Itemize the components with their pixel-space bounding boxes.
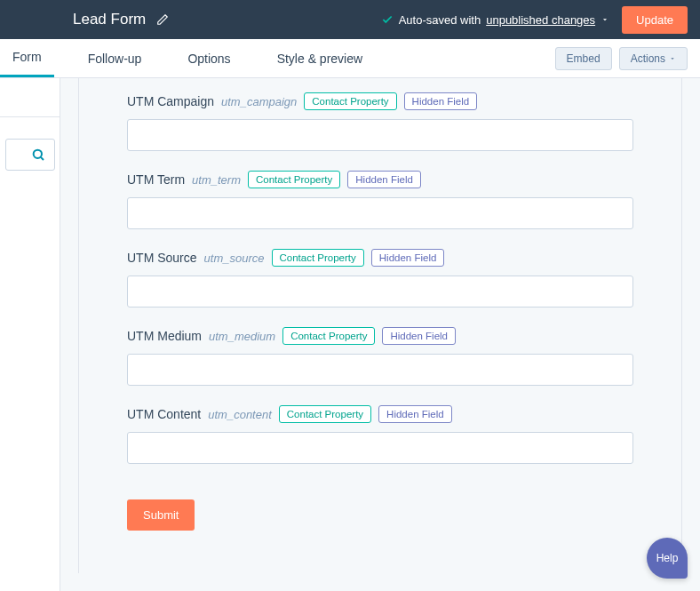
help-fab[interactable]: Help: [647, 538, 688, 579]
autosave-status: Auto-saved with unpublished changes: [381, 13, 609, 27]
caret-down-icon: [669, 55, 676, 62]
canvas-inner: UTM Campaign utm_campaign Contact Proper…: [78, 78, 682, 573]
unpublished-changes-link[interactable]: unpublished changes: [486, 13, 595, 27]
tab-bar: Form Follow-up Options Style & preview E…: [0, 39, 700, 78]
tab-followup[interactable]: Follow-up: [76, 39, 155, 77]
tab-form[interactable]: Form: [0, 39, 54, 77]
actions-label: Actions: [631, 52, 665, 65]
submit-button[interactable]: Submit: [127, 499, 195, 531]
field-label: UTM Term: [127, 172, 185, 187]
field-slug: utm_content: [208, 408, 272, 421]
main: UTM Campaign utm_campaign Contact Proper…: [0, 78, 700, 591]
tab-options[interactable]: Options: [175, 39, 243, 77]
utm-campaign-input[interactable]: [127, 119, 633, 151]
field-slug: utm_campaign: [221, 95, 297, 108]
field-utm-medium: UTM Medium utm_medium Contact Property H…: [127, 313, 633, 391]
field-label: UTM Source: [127, 251, 197, 265]
field-labels: UTM Source utm_source Contact Property H…: [127, 249, 633, 267]
actions-button[interactable]: Actions: [619, 47, 688, 70]
field-slug: utm_term: [192, 173, 241, 187]
hidden-field-badge: Hidden Field: [371, 249, 445, 267]
embed-label: Embed: [567, 52, 601, 65]
field-labels: UTM Campaign utm_campaign Contact Proper…: [127, 92, 633, 110]
topbar-left: Lead Form: [0, 11, 169, 28]
contact-property-badge: Contact Property: [282, 327, 375, 345]
tabs: Form Follow-up Options Style & preview: [0, 39, 396, 77]
update-button[interactable]: Update: [622, 6, 688, 34]
contact-property-badge: Contact Property: [304, 92, 396, 110]
field-label: UTM Campaign: [127, 94, 214, 108]
tabbar-actions: Embed Actions: [555, 39, 700, 77]
field-labels: UTM Medium utm_medium Contact Property H…: [127, 327, 633, 345]
hidden-field-badge: Hidden Field: [347, 171, 421, 188]
check-icon: [381, 13, 394, 26]
utm-content-input[interactable]: [127, 432, 633, 464]
tab-style-preview[interactable]: Style & preview: [265, 39, 375, 77]
topbar-right: Auto-saved with unpublished changes Upda…: [381, 6, 688, 34]
sidebar-row: [0, 87, 60, 117]
field-utm-content: UTM Content utm_content Contact Property…: [127, 391, 633, 469]
hidden-field-badge: Hidden Field: [378, 405, 452, 423]
embed-button[interactable]: Embed: [555, 47, 612, 70]
field-utm-term: UTM Term utm_term Contact Property Hidde…: [127, 156, 633, 235]
edit-title-icon[interactable]: [156, 13, 169, 26]
svg-line-1: [40, 157, 43, 160]
hidden-field-badge: Hidden Field: [404, 92, 478, 110]
hidden-field-badge: Hidden Field: [382, 327, 456, 345]
sidebar: [0, 78, 60, 591]
form-canvas: UTM Campaign utm_campaign Contact Proper…: [60, 78, 700, 591]
contact-property-badge: Contact Property: [272, 249, 364, 267]
search-input[interactable]: [5, 139, 55, 171]
svg-point-0: [33, 150, 41, 158]
field-slug: utm_medium: [209, 330, 275, 343]
utm-term-input[interactable]: [127, 197, 633, 229]
field-labels: UTM Term utm_term Contact Property Hidde…: [127, 171, 633, 188]
field-labels: UTM Content utm_content Contact Property…: [127, 405, 633, 423]
utm-medium-input[interactable]: [127, 354, 633, 386]
field-utm-source: UTM Source utm_source Contact Property H…: [127, 235, 633, 313]
field-slug: utm_source: [204, 252, 265, 265]
field-label: UTM Medium: [127, 329, 202, 343]
utm-source-input[interactable]: [127, 276, 633, 307]
field-label: UTM Content: [127, 407, 201, 421]
top-bar: Lead Form Auto-saved with unpublished ch…: [0, 0, 700, 39]
autosave-text: Auto-saved with: [399, 13, 481, 27]
contact-property-badge: Contact Property: [248, 171, 340, 188]
form-title: Lead Form: [73, 11, 146, 28]
contact-property-badge: Contact Property: [279, 405, 371, 423]
caret-down-icon[interactable]: [601, 15, 609, 24]
field-utm-campaign: UTM Campaign utm_campaign Contact Proper…: [127, 78, 633, 156]
